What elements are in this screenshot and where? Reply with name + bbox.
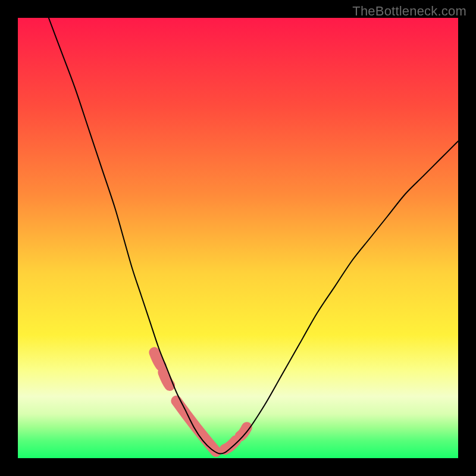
chart-svg [18, 18, 458, 458]
marker-segment [176, 401, 216, 452]
outer-frame: TheBottleneck.com [0, 0, 476, 476]
bottleneck-curve [49, 18, 458, 454]
watermark-text: TheBottleneck.com [352, 4, 466, 19]
marker-segment [154, 352, 161, 365]
